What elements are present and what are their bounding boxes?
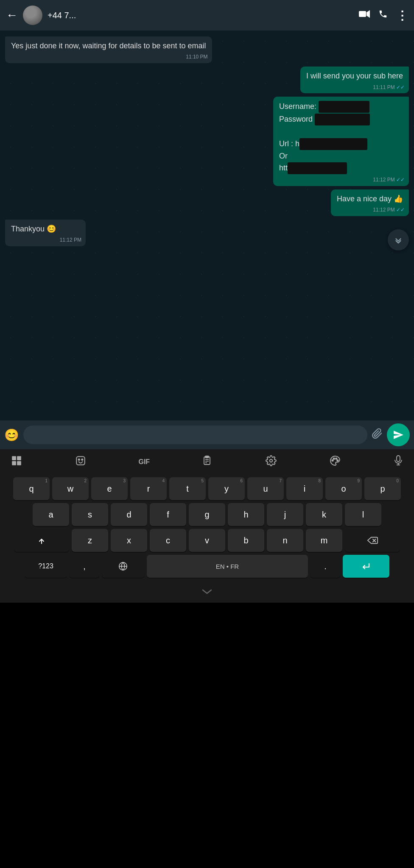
key-j[interactable]: j (267, 503, 303, 526)
key-g[interactable]: g (189, 503, 225, 526)
keyboard-row-2: a s d f g h j k l (2, 503, 412, 526)
key-c[interactable]: c (150, 529, 186, 552)
svg-point-16 (333, 458, 334, 459)
svg-point-15 (332, 460, 333, 461)
svg-rect-2 (12, 456, 16, 460)
more-options-icon[interactable]: ⋮ (396, 8, 408, 22)
keyboard: 1q 2w 3e 4r 5t 6y 7u 8i 9o 0p a s d f g … (0, 475, 414, 582)
svg-point-18 (337, 460, 338, 461)
key-e[interactable]: 3e (91, 477, 128, 500)
header-action-icons: ⋮ (359, 8, 408, 22)
svg-rect-4 (12, 461, 16, 465)
backspace-key[interactable] (345, 529, 400, 552)
message-list: Yes just done it now, waiting for detail… (5, 36, 409, 246)
svg-rect-6 (76, 456, 85, 465)
message-text: I will send you your sub here (306, 72, 403, 80)
attach-button[interactable] (372, 428, 383, 442)
key-p[interactable]: 0p (364, 477, 401, 500)
svg-rect-5 (17, 461, 21, 465)
message-bubble: Yes just done it now, waiting for detail… (5, 36, 212, 63)
chat-area: Yes just done it now, waiting for detail… (0, 31, 414, 420)
globe-key[interactable] (102, 555, 144, 578)
message-text: Thankyou 😊 (11, 225, 56, 233)
key-w[interactable]: 2w (52, 477, 89, 500)
message-input-bar: 😊 (0, 420, 414, 449)
key-a[interactable]: a (33, 503, 69, 526)
keyboard-hide-bar (0, 582, 414, 603)
key-b[interactable]: b (228, 529, 264, 552)
key-o[interactable]: 9o (325, 477, 362, 500)
key-h[interactable]: h (228, 503, 264, 526)
table-row: Have a nice day 👍 11:12 PM (5, 189, 409, 216)
keyboard-gif-button[interactable]: GIF (135, 458, 153, 466)
scroll-to-bottom-button[interactable] (388, 229, 409, 250)
message-text: Have a nice day 👍 (337, 195, 403, 203)
key-y[interactable]: 6y (208, 477, 245, 500)
space-key[interactable]: EN • FR (147, 555, 308, 578)
svg-rect-19 (397, 456, 400, 462)
message-time: 11:12 PM (373, 206, 405, 214)
comma-key[interactable]: , (70, 555, 99, 578)
key-m[interactable]: m (306, 529, 342, 552)
svg-point-14 (269, 459, 272, 462)
key-z[interactable]: z (72, 529, 108, 552)
keyboard-clipboard-icon[interactable] (198, 455, 216, 469)
back-button[interactable]: ← (6, 8, 18, 22)
svg-marker-1 (366, 10, 370, 18)
num-key[interactable]: ?123 (25, 555, 67, 578)
message-bubble: Have a nice day 👍 11:12 PM (331, 189, 409, 216)
table-row: I will send you your sub here 11:11 PM (5, 67, 409, 93)
key-l[interactable]: l (345, 503, 381, 526)
svg-rect-3 (17, 456, 21, 460)
keyboard-sticker-icon[interactable] (71, 455, 90, 469)
message-input[interactable] (23, 426, 367, 444)
keyboard-palette-icon[interactable] (325, 455, 345, 469)
message-bubble: Username: Password Url : h Or htt 11:12 … (273, 97, 409, 186)
send-button[interactable] (387, 423, 410, 446)
dot-key[interactable]: . (310, 555, 340, 578)
chat-header: ← +44 7... ⋮ (0, 0, 414, 31)
shift-key[interactable] (14, 529, 69, 552)
message-time: 11:11 PM (373, 84, 405, 91)
key-k[interactable]: k (306, 503, 342, 526)
message-time: 11:10 PM (186, 53, 207, 61)
key-n[interactable]: n (267, 529, 303, 552)
table-row: Username: Password Url : h Or htt 11:12 … (5, 97, 409, 186)
svg-point-8 (81, 459, 83, 460)
keyboard-row-4: ?123 , EN • FR . (2, 555, 412, 578)
message-text: Username: Password Url : h Or htt (279, 101, 403, 174)
message-text: Yes just done it now, waiting for detail… (11, 42, 206, 50)
key-q[interactable]: 1q (13, 477, 50, 500)
message-time: 11:12 PM (373, 176, 405, 184)
enter-key[interactable] (343, 555, 389, 578)
svg-rect-0 (359, 11, 366, 17)
emoji-button[interactable]: 😊 (4, 428, 19, 442)
message-bubble: I will send you your sub here 11:11 PM (300, 67, 409, 93)
key-t[interactable]: 5t (169, 477, 206, 500)
key-v[interactable]: v (189, 529, 225, 552)
table-row: Thankyou 😊 11:12 PM (5, 220, 409, 246)
key-i[interactable]: 8i (286, 477, 323, 500)
message-time: 11:12 PM (60, 236, 81, 244)
keyboard-row-3: z x c v b n m (2, 529, 412, 552)
svg-point-17 (336, 458, 337, 459)
avatar[interactable] (23, 6, 42, 25)
keyboard-toolbar: GIF (0, 449, 414, 475)
contact-name[interactable]: +44 7... (48, 11, 354, 20)
keyboard-mic-icon[interactable] (389, 455, 407, 469)
key-x[interactable]: x (111, 529, 147, 552)
keyboard-hide-button[interactable] (201, 587, 213, 598)
keyboard-row-1: 1q 2w 3e 4r 5t 6y 7u 8i 9o 0p (2, 477, 412, 500)
svg-point-7 (78, 459, 80, 460)
keyboard-apps-icon[interactable] (7, 455, 26, 469)
key-u[interactable]: 7u (247, 477, 284, 500)
keyboard-settings-icon[interactable] (261, 455, 281, 469)
video-call-icon[interactable] (359, 10, 370, 21)
key-r[interactable]: 4r (130, 477, 167, 500)
message-bubble: Thankyou 😊 11:12 PM (5, 220, 86, 246)
phone-call-icon[interactable] (378, 9, 388, 21)
key-s[interactable]: s (72, 503, 108, 526)
table-row: Yes just done it now, waiting for detail… (5, 36, 409, 63)
key-f[interactable]: f (150, 503, 186, 526)
key-d[interactable]: d (111, 503, 147, 526)
